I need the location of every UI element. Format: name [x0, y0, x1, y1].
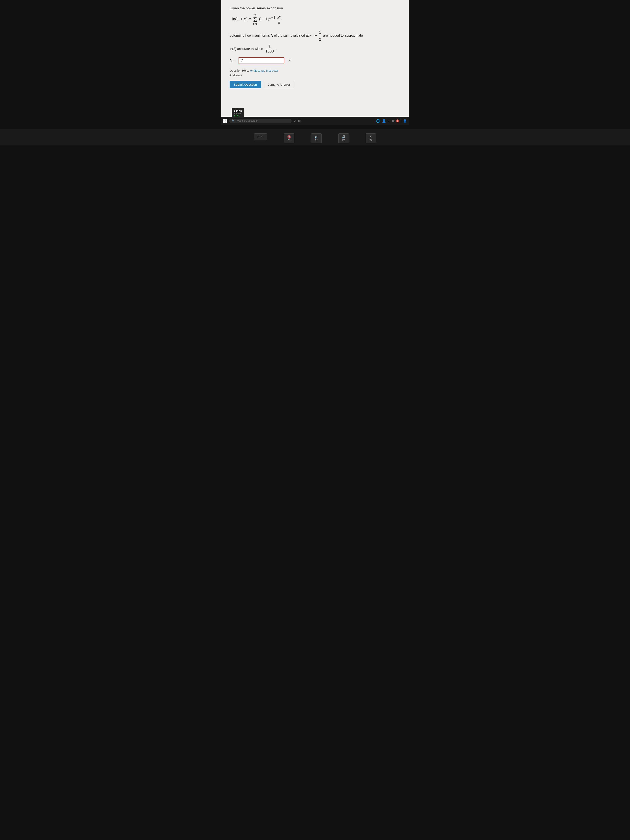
esc-key-group: ESC — [254, 133, 267, 143]
x-numerator: 1 — [318, 29, 322, 36]
accuracy-denominator: 1000 — [265, 49, 275, 54]
question-help: Question Help: ✉ Message Instructor — [230, 69, 400, 72]
hz-label: 144Hz — [234, 109, 242, 112]
formula-term: ( − 1)n−1 xn n — [259, 16, 282, 22]
envelope-icon[interactable]: ✉ — [392, 119, 395, 123]
accuracy-period: . — [276, 47, 277, 51]
f2-key-group: 🔉 F2 — [311, 133, 322, 143]
monitor-badge: 144Hz Adaptive SYNC — [232, 108, 244, 118]
taskbar-grid-icon[interactable]: ⊞ — [298, 119, 301, 123]
help-label: Question Help: — [230, 69, 249, 72]
user-avatar[interactable]: 👤 — [403, 119, 407, 123]
f1-key-group: 🔇 F1 — [284, 133, 294, 143]
volume-icon: 🔉 — [314, 135, 318, 139]
system-tray-icon[interactable]: Ⅰ — [401, 119, 401, 123]
accuracy-numerator: 1 — [268, 44, 271, 49]
taskbar: 🔍 ○ ⊞ 🌐 👤 ⊞ ✉ 1 Ⅰ 👤 — [221, 117, 409, 125]
adaptive-label: Adaptive — [234, 112, 242, 114]
search-input[interactable] — [236, 119, 289, 122]
button-row: Submit Question Jump to Answer — [230, 81, 400, 88]
f3-label: F3 — [342, 139, 346, 142]
browser-content: Given the power series expansion ln(1 + … — [221, 0, 409, 117]
fraction-numerator: xn — [277, 14, 281, 20]
apps-icon[interactable]: ⊞ — [388, 119, 390, 123]
keyboard-area: ESC 🔇 F1 🔉 F2 🔊 F3 ☀ F4 — [0, 129, 630, 145]
f2-label: F2 — [314, 139, 318, 142]
f4-key[interactable]: ☀ F4 — [366, 133, 376, 143]
f1-label: F1 — [287, 139, 291, 142]
sigma-char: Σ — [253, 16, 257, 23]
brightness-icon: ☀ — [369, 135, 372, 139]
sync-label: SYNC — [234, 114, 242, 117]
f1-key[interactable]: 🔇 F1 — [284, 133, 294, 143]
ln2-text: ln(2) accurate to within — [230, 47, 263, 51]
sigma-symbol: ∞ Σ n=1 — [253, 13, 257, 25]
f4-key-group: ☀ F4 — [366, 133, 376, 143]
f3-key[interactable]: 🔊 F3 — [338, 133, 349, 143]
mail-icon: ✉ — [250, 69, 253, 72]
determine-text: determine how many terms N of the sum ev… — [230, 29, 400, 43]
add-work-link[interactable]: Add Work — [230, 74, 400, 77]
ln2-line: ln(2) accurate to within 1 1000 . — [230, 44, 400, 54]
f2-key[interactable]: 🔉 F2 — [311, 133, 322, 143]
jump-to-answer-button[interactable]: Jump to Answer — [264, 81, 294, 88]
message-instructor-link[interactable]: ✉ Message Instructor — [250, 69, 278, 72]
chrome-icon[interactable]: 🌐 — [376, 119, 380, 123]
clear-button[interactable]: ✕ — [287, 58, 292, 63]
sigma-bottom-limit: n=1 — [253, 22, 257, 25]
x-value-fraction: 1 2 — [318, 29, 322, 43]
search-icon: 🔍 — [232, 119, 235, 123]
esc-key[interactable]: ESC — [254, 133, 267, 141]
notification-badge: 1 — [396, 119, 399, 122]
search-bar[interactable]: 🔍 — [229, 119, 292, 123]
taskbar-right: 🌐 👤 ⊞ ✉ 1 Ⅰ 👤 — [376, 119, 407, 123]
volume-up-icon: 🔊 — [342, 135, 346, 139]
user-icon[interactable]: 👤 — [382, 119, 386, 123]
answer-row: N = ✕ — [230, 57, 400, 64]
f3-key-group: 🔊 F3 — [338, 133, 349, 143]
taskbar-circle-icon[interactable]: ○ — [294, 119, 296, 123]
accuracy-fraction: 1 1000 — [265, 44, 275, 54]
submit-button[interactable]: Submit Question — [230, 81, 261, 88]
term-superscript: n−1 — [269, 16, 275, 20]
windows-icon — [223, 119, 227, 123]
fraction-denominator: n — [278, 20, 281, 25]
problem-intro: Given the power series expansion — [230, 6, 400, 10]
formula-display: ln(1 + x) = ∞ Σ n=1 ( − 1)n−1 xn n — [230, 13, 400, 25]
n-label: N = — [230, 58, 236, 63]
mute-icon: 🔇 — [287, 135, 291, 139]
x-denominator: 2 — [318, 36, 322, 43]
start-button[interactable] — [223, 119, 227, 123]
ln-formula-left: ln(1 + x) = — [232, 16, 252, 22]
answer-input[interactable] — [238, 57, 284, 64]
message-link-text: Message Instructor — [254, 69, 278, 72]
formula-fraction: xn n — [277, 14, 281, 25]
f4-label: F4 — [369, 139, 373, 142]
